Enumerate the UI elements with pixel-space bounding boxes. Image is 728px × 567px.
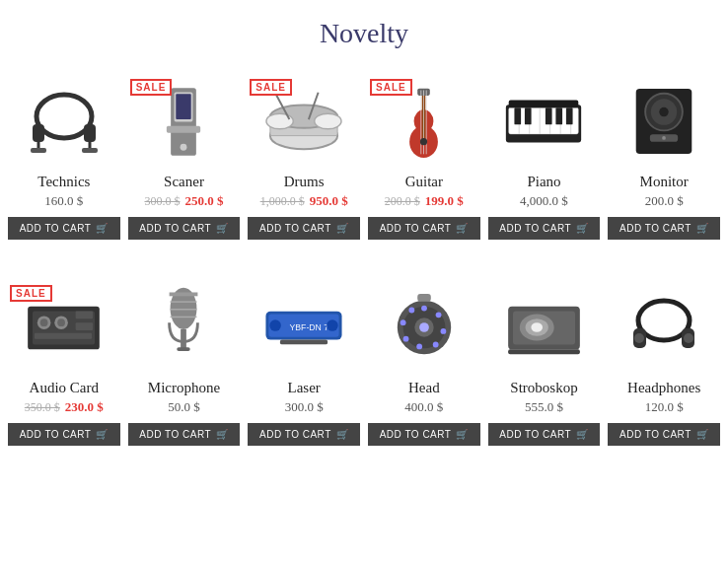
price-wrap-stroboskop: 555.0 $ [525,399,563,415]
add-to-cart-button-stroboskop[interactable]: ADD TO CART 🛒 [488,423,601,446]
product-name-guitar: Guitar [405,174,443,190]
price-regular-technics: 160.0 $ [44,193,83,209]
product-card-scaner: SALE Scaner300.0 $250.0 $ADD TO CART 🛒 [124,69,245,251]
product-image-wrap-headphones [608,283,720,372]
svg-point-0 [36,95,92,138]
svg-point-86 [531,322,543,332]
cart-icon-guitar: 🛒 [456,223,469,234]
sale-badge-guitar: SALE [370,79,412,96]
svg-rect-68 [280,339,328,344]
product-image-wrap-audiocard: SALE [8,283,120,372]
sale-badge-audiocard: SALE [10,285,52,302]
svg-point-16 [315,113,341,129]
price-sale-guitar: 199.0 $ [425,193,464,209]
svg-rect-58 [178,347,190,351]
product-name-stroboskop: Stroboskop [510,380,577,396]
price-sale-drums: 950.0 $ [310,193,348,209]
product-image-wrap-monitor [608,77,720,166]
add-to-cart-button-scaner[interactable]: ADD TO CART 🛒 [128,217,241,240]
price-wrap-head: 400.0 $ [404,399,443,415]
add-to-cart-button-head[interactable]: ADD TO CART 🛒 [368,423,480,446]
price-wrap-microphone: 50.0 $ [168,399,200,415]
product-card-piano: Piano4,000.0 $ADD TO CART 🛒 [484,69,605,251]
cart-icon-technics: 🛒 [96,223,109,234]
svg-point-71 [421,306,427,312]
product-image-wrap-laser: YBF-DN 7D [248,283,360,372]
cart-icon-piano: 🛒 [576,223,589,234]
svg-point-77 [400,319,406,325]
product-card-stroboskop: Stroboskop555.0 $ADD TO CART 🛒 [484,275,605,458]
add-to-cart-button-monitor[interactable]: ADD TO CART 🛒 [608,217,720,240]
price-wrap-technics: 160.0 $ [44,193,83,209]
product-grid-row2: SALE Audio Card350.0 $230.0 $ADD TO CART… [0,275,728,458]
price-wrap-drums: 1,000.0 $950.0 $ [260,193,348,209]
svg-point-74 [433,342,439,348]
price-regular-monitor: 200.0 $ [645,193,684,209]
svg-rect-10 [167,125,200,132]
cart-label-scaner: ADD TO CART [139,223,211,234]
page-title: Novelty [0,0,728,69]
add-to-cart-button-drums[interactable]: ADD TO CART 🛒 [248,217,360,240]
cart-label-microphone: ADD TO CART [139,429,211,440]
cart-label-guitar: ADD TO CART [380,223,452,234]
product-image-wrap-guitar: SALE [368,77,480,166]
product-name-drums: Drums [284,174,325,190]
price-old-guitar: 200.0 $ [385,194,420,209]
price-regular-piano: 4,000.0 $ [520,193,568,209]
cart-icon-headphones: 🛒 [696,429,709,440]
price-regular-headphones: 120.0 $ [645,399,684,415]
cart-label-stroboskop: ADD TO CART [499,429,571,440]
svg-rect-1 [33,124,44,142]
add-to-cart-button-piano[interactable]: ADD TO CART 🛒 [488,217,601,240]
svg-point-66 [269,319,281,331]
cart-icon-stroboskop: 🛒 [576,429,589,440]
price-regular-laser: 300.0 $ [285,399,324,415]
product-card-headphones: Headphones120.0 $ADD TO CART 🛒 [604,275,724,458]
product-card-audiocard: SALE Audio Card350.0 $230.0 $ADD TO CART… [4,275,124,458]
svg-point-73 [440,328,446,334]
add-to-cart-button-guitar[interactable]: ADD TO CART 🛒 [368,217,480,240]
svg-rect-2 [84,124,96,142]
add-to-cart-button-headphones[interactable]: ADD TO CART 🛒 [608,423,720,446]
svg-point-92 [684,333,693,343]
cart-label-audiocard: ADD TO CART [20,429,92,440]
svg-rect-55 [35,332,92,338]
product-image-wrap-piano [488,77,601,166]
price-regular-stroboskop: 555.0 $ [525,399,563,415]
price-wrap-piano: 4,000.0 $ [520,193,568,209]
svg-rect-53 [76,311,93,319]
svg-rect-38 [556,107,563,124]
product-image-wrap-stroboskop [488,283,601,372]
product-image-wrap-technics [8,77,120,166]
svg-point-15 [266,113,293,129]
price-old-audiocard: 350.0 $ [25,400,60,415]
product-image-wrap-scaner: SALE [128,77,241,166]
product-card-guitar: SALE Guitar200.0 $199.0 $ADD TO CART 🛒 [364,69,484,251]
cart-label-piano: ADD TO CART [499,223,571,234]
cart-icon-microphone: 🛒 [216,429,229,440]
add-to-cart-button-technics[interactable]: ADD TO CART 🛒 [8,217,120,240]
svg-rect-39 [566,107,573,124]
svg-rect-40 [509,101,579,108]
product-card-monitor: Monitor200.0 $ADD TO CART 🛒 [604,69,724,251]
add-to-cart-button-audiocard[interactable]: ADD TO CART 🛒 [8,423,120,446]
product-name-scaner: Scaner [164,174,204,190]
price-sale-scaner: 250.0 $ [184,193,223,209]
price-wrap-audiocard: 350.0 $230.0 $ [25,399,104,415]
price-sale-audiocard: 230.0 $ [65,399,104,415]
price-wrap-headphones: 120.0 $ [645,399,684,415]
svg-rect-54 [76,322,93,330]
svg-point-11 [181,143,187,150]
cart-icon-laser: 🛒 [336,429,349,440]
product-name-piano: Piano [527,174,560,190]
product-image-wrap-head [368,283,480,372]
product-card-laser: YBF-DN 7D Laser300.0 $ADD TO CART 🛒 [244,275,364,458]
svg-point-44 [659,107,668,116]
svg-rect-9 [177,94,191,119]
add-to-cart-button-laser[interactable]: ADD TO CART 🛒 [248,423,360,446]
product-image-wrap-microphone [128,283,241,372]
svg-point-80 [419,322,429,332]
product-card-head: Head400.0 $ADD TO CART 🛒 [364,275,484,458]
add-to-cart-button-microphone[interactable]: ADD TO CART 🛒 [128,423,241,446]
price-regular-microphone: 50.0 $ [168,399,200,415]
